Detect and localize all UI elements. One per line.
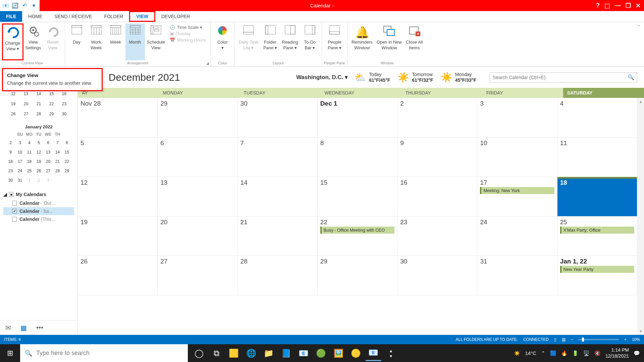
search-icon[interactable]: 🔍	[628, 74, 634, 80]
mini-cal-day[interactable]: 29	[62, 166, 72, 176]
arrangement-dialog-launcher[interactable]: ◢	[206, 61, 209, 65]
day-cell[interactable]: 29	[318, 256, 397, 295]
minimize-icon[interactable]: —	[615, 2, 621, 9]
mini-cal-day[interactable]: 28	[53, 166, 62, 176]
tray-app-icon[interactable]: 🟦	[550, 350, 556, 356]
day-cell[interactable]: 26	[78, 256, 158, 295]
todo-bar-button[interactable]: To-Do Bar ▾	[300, 23, 320, 60]
mini-cal-day[interactable]: 2	[6, 138, 15, 147]
zoom-slider[interactable]	[579, 339, 619, 340]
day-cell[interactable]: 15	[318, 177, 397, 217]
weather-day[interactable]: ⛅Today61°F/45°F	[355, 72, 390, 83]
calendar-checkbox[interactable]: ✓	[12, 209, 17, 214]
tab-developer[interactable]: DEVELOPER	[155, 11, 196, 22]
mini-cal-day[interactable]: 17	[15, 157, 25, 166]
ribbon-popout-icon[interactable]: ⬚	[604, 2, 610, 9]
day-cell[interactable]: 17Meeting; New York	[477, 177, 557, 217]
day-cell[interactable]: 10	[477, 137, 557, 177]
day-cell[interactable]: Nov 28	[78, 98, 158, 137]
weather-day[interactable]: ☀️Monday45°F/33°F	[441, 72, 476, 83]
day-cell[interactable]: 6	[158, 137, 237, 177]
day-cell[interactable]: 11	[557, 137, 637, 177]
calendar-event[interactable]: New Year Party	[560, 266, 634, 273]
outlook-taskbar-icon[interactable]: 📧	[366, 346, 381, 361]
mini-cal-day[interactable]: 24	[15, 166, 25, 176]
overlay-button[interactable]: ▣Overlay	[170, 31, 206, 36]
close-all-button[interactable]: ✕Close All Items	[404, 23, 425, 60]
mini-cal-day[interactable]: 28	[33, 109, 45, 119]
day-cell[interactable]: 25X'Max Party; Office	[557, 217, 637, 256]
day-cell[interactable]: 18	[557, 177, 637, 217]
close-icon[interactable]: ✕	[636, 2, 641, 9]
day-cell[interactable]: 7	[238, 137, 318, 177]
mini-cal-day[interactable]: 15	[62, 147, 72, 157]
day-cell[interactable]: 27	[158, 256, 237, 295]
mini-cal-day[interactable]: 10	[15, 147, 25, 157]
day-cell[interactable]: 30	[238, 98, 318, 137]
mini-cal-day[interactable]: 2	[34, 176, 44, 185]
mini-calendar-january-grid[interactable]: 2345678910111213141516171819202122232425…	[3, 138, 75, 185]
calendar-event[interactable]: Busy - Office Meeting with CEO	[320, 227, 394, 234]
day-cell[interactable]: 19	[78, 217, 158, 256]
tab-home[interactable]: HOME	[22, 11, 48, 22]
day-cell[interactable]: 24	[477, 217, 557, 256]
scroll-up-icon[interactable]: ▴	[640, 99, 642, 104]
folder-pane-button[interactable]: Folder Pane ▾	[261, 23, 280, 60]
start-button[interactable]: ⊞	[0, 344, 20, 362]
calendar-checkbox[interactable]	[12, 201, 17, 205]
word-icon[interactable]: 📘	[278, 346, 294, 361]
app-icon-2[interactable]: 🖼️	[331, 346, 346, 361]
day-cell[interactable]: 22Busy - Office Meeting with CEO	[318, 217, 397, 256]
mini-cal-day[interactable]: 18	[25, 157, 34, 166]
help-icon[interactable]: ?	[596, 2, 600, 9]
app-icon-1[interactable]: 🟢	[313, 346, 329, 361]
change-view-button[interactable]: Change View ▾	[2, 23, 23, 60]
taskbar-search-input[interactable]	[36, 350, 183, 357]
mini-cal-day[interactable]: 8	[62, 138, 72, 147]
mini-cal-day[interactable]: 3	[44, 176, 53, 185]
notifications-icon[interactable]: 💬	[634, 350, 640, 356]
reminders-window-button[interactable]: 🔔Reminders Window	[350, 23, 375, 60]
mini-cal-day[interactable]: 31	[15, 176, 25, 185]
mini-cal-day[interactable]: 5	[34, 138, 44, 147]
sticky-notes-icon[interactable]: 🟨	[226, 346, 241, 361]
mini-cal-day[interactable]: 20	[20, 99, 33, 109]
mini-cal-day[interactable]: 20	[44, 157, 53, 166]
tray-display-icon[interactable]: 🖥️	[583, 350, 590, 356]
mini-cal-day[interactable]: 19	[7, 99, 20, 109]
mini-cal-day[interactable]: 22	[62, 157, 72, 166]
day-cell[interactable]: 5	[78, 137, 158, 177]
collapse-ribbon-icon[interactable]: ⌃	[637, 24, 641, 29]
mini-cal-day[interactable]: 7	[53, 138, 62, 147]
view-normal-icon[interactable]: ▯	[554, 337, 556, 342]
schedule-view-button[interactable]: Schedule View	[145, 23, 167, 60]
file-explorer-icon[interactable]: 📁	[261, 346, 276, 361]
weather-location[interactable]: Washington, D.C. ▾	[296, 74, 348, 81]
calendar-event[interactable]: Meeting; New York	[480, 187, 554, 194]
my-calendars-checkbox[interactable]: ■	[9, 192, 14, 197]
open-new-window-button[interactable]: Open in New Window	[375, 23, 404, 60]
cortana-icon[interactable]: ◯	[191, 346, 207, 361]
day-cell[interactable]: 2	[397, 98, 477, 137]
day-cell[interactable]: 28	[238, 256, 318, 295]
my-calendars-header[interactable]: ◢■My Calendars	[3, 192, 74, 197]
grid-scroll-indicator[interactable]: ▴▾	[637, 98, 644, 335]
tray-weather-icon[interactable]: ☀️	[514, 350, 520, 356]
tab-view[interactable]: VIEW	[129, 11, 155, 22]
day-cell[interactable]: 20	[158, 217, 237, 256]
mini-cal-day[interactable]: 29	[45, 109, 58, 119]
mini-cal-day[interactable]: 27	[20, 109, 33, 119]
weather-day[interactable]: ☀️Tomorrow61°F/32°F	[397, 72, 433, 83]
edge-icon[interactable]: 🌐	[244, 346, 259, 361]
day-cell[interactable]: 12	[78, 177, 158, 217]
color-button[interactable]: Color ▾	[213, 23, 232, 60]
mini-cal-day[interactable]: 1	[25, 176, 34, 185]
time-scale-button[interactable]: 🕓Time Scale ▾	[170, 25, 206, 30]
day-cell[interactable]: 3	[477, 98, 557, 137]
mini-cal-day[interactable]: 14	[53, 147, 62, 157]
mini-cal-day[interactable]: 6	[44, 138, 53, 147]
scroll-down-icon[interactable]: ▾	[640, 329, 642, 334]
mini-cal-day[interactable]: 23	[58, 99, 71, 109]
taskbar-search[interactable]: 🔍	[20, 344, 188, 362]
chrome-icon[interactable]: 🟡	[348, 346, 364, 361]
